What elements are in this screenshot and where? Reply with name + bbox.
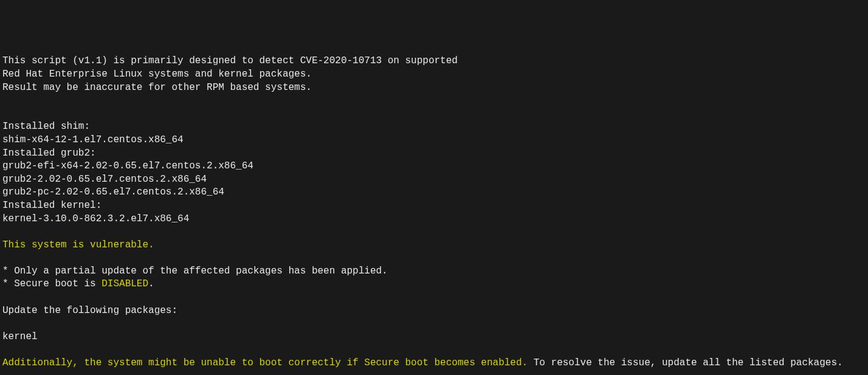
header-line1: This script (v1.1) is primarily designed… — [2, 55, 458, 66]
footer-warning: Additionally, the system might be unable… — [2, 357, 528, 368]
installed-shim-package: shim-x64-12-1.el7.centos.x86_64 — [2, 134, 184, 145]
update-package: kernel — [2, 331, 38, 342]
header-line2: Red Hat Enterprise Linux systems and ker… — [2, 69, 312, 80]
terminal-output: This script (v1.1) is primarily designed… — [2, 55, 843, 368]
detail-bullet-1: * Only a partial update of the affected … — [2, 266, 388, 277]
installed-kernel-package: kernel-3.10.0-862.3.2.el7.x86_64 — [2, 213, 189, 224]
installed-grub2-package-3: grub2-pc-2.02-0.65.el7.centos.2.x86_64 — [2, 187, 224, 198]
installed-grub2-package-2: grub2-2.02-0.65.el7.centos.2.x86_64 — [2, 174, 207, 185]
detail-bullet-2-prefix: * Secure boot is — [2, 278, 102, 289]
footer-rest: To resolve the issue, update all the lis… — [528, 357, 842, 368]
installed-kernel-label: Installed kernel: — [2, 200, 102, 211]
installed-shim-label: Installed shim: — [2, 121, 90, 132]
installed-grub2-label: Installed grub2: — [2, 148, 96, 159]
vulnerable-status: This system is vulnerable. — [2, 239, 154, 250]
secure-boot-status: DISABLED — [102, 278, 148, 289]
detail-bullet-2-suffix: . — [148, 278, 154, 289]
update-heading: Update the following packages: — [2, 305, 177, 316]
installed-grub2-package-1: grub2-efi-x64-2.02-0.65.el7.centos.2.x86… — [2, 160, 253, 171]
header-line3: Result may be inaccurate for other RPM b… — [2, 82, 312, 93]
